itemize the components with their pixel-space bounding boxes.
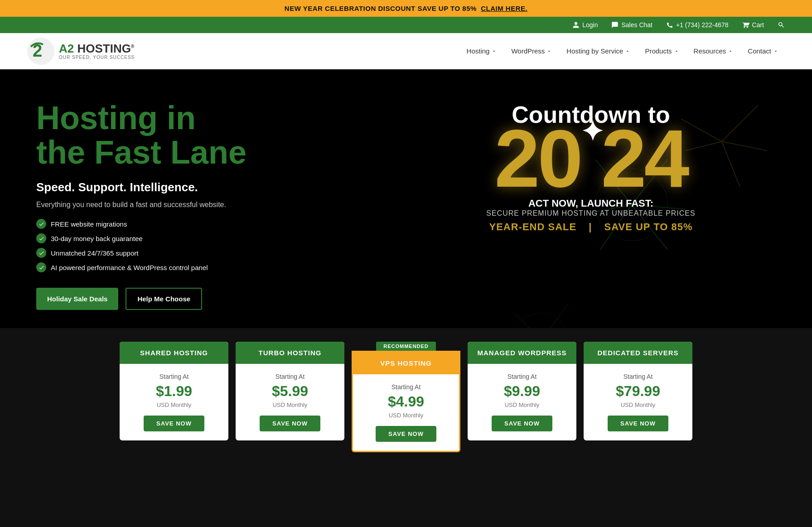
turbo-hosting-body: Starting At $5.99 USD Monthly SAVE NOW [236,364,344,440]
shared-hosting-card: SHARED HOSTING Starting At $1.99 USD Mon… [120,342,228,440]
turbo-hosting-card-wrapper: TURBO HOSTING Starting At $5.99 USD Mont… [236,342,344,440]
vps-hosting-header: VPS HOSTING [353,352,459,374]
check-icon [36,262,46,272]
logo-brand-name: A2 HOSTING® [59,42,135,55]
turbo-hosting-header: TURBO HOSTING [236,342,344,364]
turbo-hosting-card: TURBO HOSTING Starting At $5.99 USD Mont… [236,342,344,440]
hero-buttons: Holiday Sale Deals Help Me Choose [36,288,406,310]
dedicated-servers-header: DEDICATED SERVERS [584,342,692,364]
managed-starting-at: Starting At [475,373,569,380]
feature-item: 30-day money back guarantee [36,233,406,243]
countdown-area: Countdown to 20✦24 ACT NOW, LAUNCH FAST:… [484,101,697,233]
cart-icon [742,21,749,29]
user-icon [572,21,580,29]
dedicated-period: USD Monthly [591,401,685,408]
vps-hosting-card-wrapper: RECOMMENDED VPS HOSTING Starting At $4.9… [352,342,460,452]
banner-cta[interactable]: CLAIM HERE. [481,5,527,12]
shared-save-now-button[interactable]: SAVE NOW [144,416,204,431]
svg-point-18 [514,313,568,329]
feature-item: FREE website migrations [36,219,406,229]
logo-icon: 2 [27,38,54,65]
nav-products[interactable]: Products [638,44,685,58]
help-me-choose-button[interactable]: Help Me Choose [126,288,202,310]
hero-right-content: Countdown to 20✦24 ACT NOW, LAUNCH FAST:… [406,101,776,233]
sales-chat-link[interactable]: Sales Chat [611,21,652,29]
chevron-down-icon [728,48,733,54]
logo-tagline: OUR SPEED, YOUR SUCCESS [59,55,135,60]
managed-period: USD Monthly [475,401,569,408]
managed-wordpress-card: MANAGED WORDPRESS Starting At $9.99 USD … [468,342,576,440]
top-nav-bar: Login Sales Chat +1 (734) 222-4678 Cart [0,17,812,33]
shared-period: USD Monthly [127,401,221,408]
vps-period: USD Monthly [360,412,452,419]
main-nav-links: Hosting WordPress Hosting by Service Pro… [460,44,785,58]
feature-list: FREE website migrations 30-day money bac… [36,219,406,272]
cart-link[interactable]: Cart [742,21,764,29]
hero-description: Everything you need to build a fast and … [36,201,406,209]
shared-starting-at: Starting At [127,373,221,380]
check-icon [36,219,46,229]
vps-hosting-card: VPS HOSTING Starting At $4.99 USD Monthl… [352,351,460,452]
logo[interactable]: 2 A2 HOSTING® OUR SPEED, YOUR SUCCESS [27,38,135,65]
dedicated-servers-body: Starting At $79.99 USD Monthly SAVE NOW [584,364,692,440]
shared-hosting-body: Starting At $1.99 USD Monthly SAVE NOW [120,364,228,440]
turbo-price: $5.99 [243,383,337,400]
hero-subtitle: Speed. Support. Intelligence. [36,180,406,194]
hero-left-content: Hosting in the Fast Lane Speed. Support.… [36,101,406,310]
turbo-save-now-button[interactable]: SAVE NOW [260,416,320,431]
chevron-down-icon [491,48,497,54]
chevron-down-icon [625,48,630,54]
top-banner: NEW YEAR CELEBRATION DISCOUNT SAVE UP TO… [0,0,812,17]
check-icon [36,248,46,258]
banner-text: NEW YEAR CELEBRATION DISCOUNT SAVE UP TO… [285,5,477,12]
managed-wordpress-header: MANAGED WORDPRESS [468,342,576,364]
svg-line-14 [541,304,569,329]
search-link[interactable] [778,21,785,29]
hero-title: Hosting in the Fast Lane [36,101,406,169]
chevron-down-icon [674,48,679,54]
feature-item: AI powered performance & WordPress contr… [36,262,406,272]
managed-save-now-button[interactable]: SAVE NOW [492,416,552,431]
hero-section: Hosting in the Fast Lane Speed. Support.… [0,69,812,328]
turbo-starting-at: Starting At [243,373,337,380]
main-nav: 2 A2 HOSTING® OUR SPEED, YOUR SUCCESS Ho… [0,33,812,69]
nav-hosting-by-service[interactable]: Hosting by Service [560,44,637,58]
phone-link[interactable]: +1 (734) 222-4678 [666,21,729,29]
dedicated-save-now-button[interactable]: SAVE NOW [608,416,668,431]
sales-chat-label: Sales Chat [621,21,652,29]
cart-label: Cart [752,21,764,29]
dedicated-servers-card-wrapper: DEDICATED SERVERS Starting At $79.99 USD… [584,342,692,440]
nav-contact[interactable]: Contact [741,44,785,58]
svg-line-17 [514,313,541,329]
vps-hosting-body: Starting At $4.99 USD Monthly SAVE NOW [353,374,459,451]
managed-price: $9.99 [475,383,569,400]
holiday-sale-deals-button[interactable]: Holiday Sale Deals [36,288,118,310]
search-icon [778,21,785,29]
shared-hosting-header: SHARED HOSTING [120,342,228,364]
chat-icon [611,21,619,29]
dedicated-price: $79.99 [591,383,685,400]
nav-hosting[interactable]: Hosting [460,44,503,58]
check-icon [36,233,46,243]
phone-icon [666,21,673,29]
pricing-section: SHARED HOSTING Starting At $1.99 USD Mon… [0,328,812,475]
chevron-down-icon [773,48,778,54]
nav-wordpress[interactable]: WordPress [505,44,558,58]
vps-save-now-button[interactable]: SAVE NOW [376,426,436,442]
secure-text: SECURE PREMIUM HOSTING AT UNBEATABLE PRI… [484,209,697,218]
vps-starting-at: Starting At [360,383,452,391]
year-end-sale-text: YEAR-END SALE | SAVE UP TO 85% [484,221,697,233]
shared-price: $1.99 [127,383,221,400]
managed-wordpress-card-wrapper: MANAGED WORDPRESS Starting At $9.99 USD … [468,342,576,440]
turbo-period: USD Monthly [243,401,337,408]
chevron-down-icon [546,48,552,54]
nav-resources[interactable]: Resources [687,44,740,58]
dedicated-starting-at: Starting At [591,373,685,380]
pricing-cards: SHARED HOSTING Starting At $1.99 USD Mon… [27,342,785,452]
phone-label: +1 (734) 222-4678 [676,21,729,29]
shared-hosting-card-wrapper: SHARED HOSTING Starting At $1.99 USD Mon… [120,342,228,440]
login-label: Login [582,21,598,29]
recommended-badge: RECOMMENDED [376,342,436,351]
dedicated-servers-card: DEDICATED SERVERS Starting At $79.99 USD… [584,342,692,440]
login-link[interactable]: Login [572,21,598,29]
